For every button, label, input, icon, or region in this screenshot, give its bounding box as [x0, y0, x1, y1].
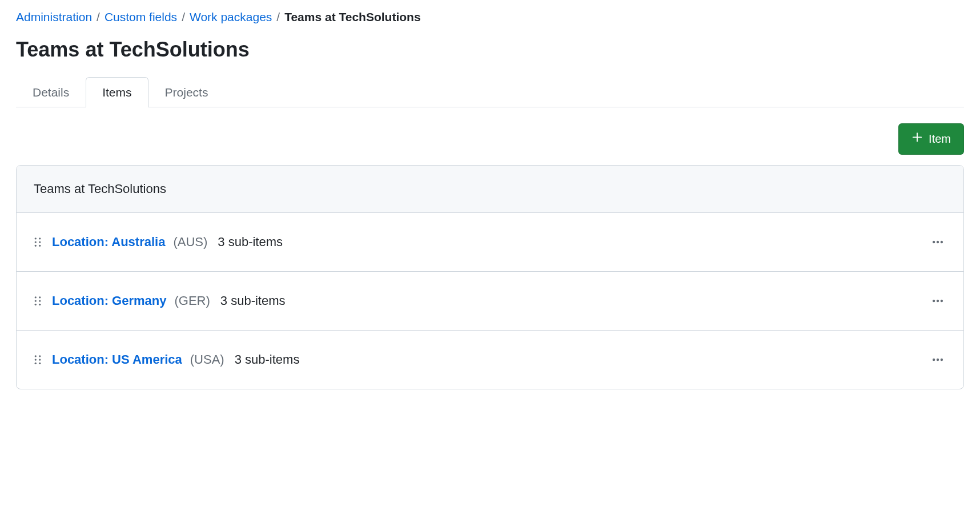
svg-point-4 [35, 245, 37, 247]
svg-point-24 [933, 359, 935, 361]
svg-point-12 [39, 300, 41, 301]
breadcrumb-link-custom-fields[interactable]: Custom fields [105, 10, 177, 24]
actions-bar: Item [16, 107, 964, 165]
svg-point-26 [941, 359, 943, 361]
svg-point-18 [35, 355, 37, 357]
svg-point-11 [35, 300, 37, 301]
items-panel: Teams at TechSolutions Location: Austral… [16, 165, 964, 389]
svg-point-1 [39, 238, 41, 239]
breadcrumb-current: Teams at TechSolutions [284, 10, 420, 24]
drag-handle-icon[interactable] [34, 236, 42, 248]
svg-point-21 [39, 359, 41, 360]
svg-point-23 [39, 363, 41, 364]
list-item: Location: US America (USA) 3 sub-items [17, 331, 963, 389]
drag-handle-icon[interactable] [34, 295, 42, 307]
svg-point-0 [35, 238, 37, 239]
plus-icon [911, 132, 923, 146]
breadcrumb-separator: / [95, 10, 101, 24]
svg-point-22 [35, 363, 37, 364]
svg-point-2 [35, 241, 37, 243]
breadcrumb-link-administration[interactable]: Administration [16, 10, 92, 24]
svg-point-8 [941, 241, 943, 243]
item-name-link[interactable]: Location: Australia [52, 235, 165, 250]
breadcrumb: Administration / Custom fields / Work pa… [16, 10, 964, 24]
page-title: Teams at TechSolutions [16, 38, 964, 62]
panel-header: Teams at TechSolutions [17, 166, 963, 213]
svg-point-3 [39, 241, 41, 243]
list-item: Location: Germany (GER) 3 sub-items [17, 272, 963, 331]
kebab-menu-icon[interactable] [929, 292, 946, 309]
svg-point-25 [937, 359, 939, 361]
svg-point-14 [39, 304, 41, 305]
add-item-button-label: Item [929, 132, 951, 146]
item-sub-count: 3 sub-items [218, 235, 283, 250]
kebab-menu-icon[interactable] [929, 234, 946, 251]
item-short-code: (USA) [190, 352, 224, 367]
svg-point-7 [937, 241, 939, 243]
list-item: Location: Australia (AUS) 3 sub-items [17, 213, 963, 272]
breadcrumb-separator: / [275, 10, 281, 24]
item-sub-count: 3 sub-items [235, 352, 300, 367]
item-short-code: (GER) [174, 293, 210, 308]
drag-handle-icon[interactable] [34, 354, 42, 365]
svg-point-6 [933, 241, 935, 243]
item-name-link[interactable]: Location: US America [52, 352, 182, 367]
add-item-button[interactable]: Item [898, 123, 964, 155]
svg-point-13 [35, 304, 37, 305]
svg-point-16 [937, 300, 939, 302]
breadcrumb-separator: / [180, 10, 186, 24]
tab-items[interactable]: Items [86, 77, 148, 107]
svg-point-9 [35, 296, 37, 298]
item-sub-count: 3 sub-items [220, 293, 286, 308]
svg-point-5 [39, 245, 41, 247]
item-name-link[interactable]: Location: Germany [52, 293, 166, 308]
tab-bar: Details Items Projects [16, 77, 964, 107]
tab-projects[interactable]: Projects [148, 77, 225, 107]
item-short-code: (AUS) [173, 235, 207, 250]
tab-details[interactable]: Details [16, 77, 86, 107]
svg-point-19 [39, 355, 41, 357]
svg-point-10 [39, 296, 41, 298]
svg-point-17 [941, 300, 943, 302]
svg-point-20 [35, 359, 37, 360]
svg-point-15 [933, 300, 935, 302]
kebab-menu-icon[interactable] [929, 351, 946, 368]
breadcrumb-link-work-packages[interactable]: Work packages [190, 10, 272, 24]
